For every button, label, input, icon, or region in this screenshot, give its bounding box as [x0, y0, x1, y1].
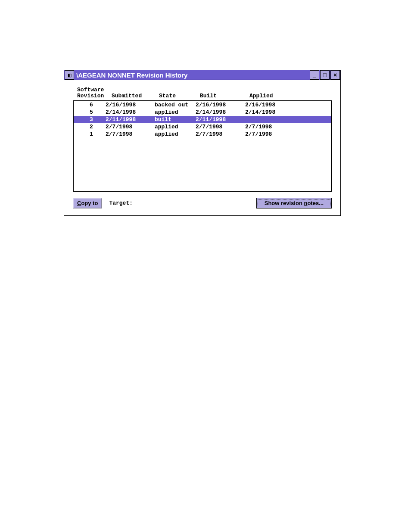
window-title: \AEGEAN NONNET Revision History [75, 72, 309, 79]
cell-submitted: 2/11/1998 [106, 116, 155, 123]
cell-built: 2/16/1998 [196, 101, 245, 109]
cell-rev: 3 [77, 116, 106, 123]
maximize-button[interactable]: □ [320, 70, 330, 80]
cell-state: applied [155, 123, 196, 131]
minimize-button[interactable]: _ [310, 70, 319, 80]
show-notes-prefix: Show revision [265, 200, 304, 206]
titlebar: ◧ \AEGEAN NONNET Revision History _ □ × [64, 70, 340, 80]
table-row[interactable]: 12/7/1998applied2/7/19982/7/1998 [74, 131, 331, 138]
cell-rev: 2 [77, 123, 106, 131]
cell-state: applied [155, 131, 196, 138]
cell-submitted: 2/16/1998 [106, 101, 155, 109]
copy-to-accel: C [77, 200, 81, 206]
header-state: State [159, 93, 200, 99]
close-button[interactable]: × [330, 70, 340, 80]
content-area: Software Revision Submitted State Built … [64, 80, 340, 215]
cell-state: applied [155, 109, 196, 116]
revision-table: 62/16/1998backed out2/16/19982/16/199852… [73, 100, 332, 192]
cell-state: built [155, 116, 196, 123]
target-label: Target: [109, 200, 133, 206]
cell-rev: 6 [77, 101, 106, 109]
table-row[interactable]: 32/11/1998built2/11/1998 [74, 116, 331, 123]
cell-built: 2/11/1998 [196, 116, 245, 123]
footer: Copy to Target: Show revision notes... [73, 198, 332, 208]
header-applied: Applied [249, 93, 297, 99]
revision-history-window: ◧ \AEGEAN NONNET Revision History _ □ × … [64, 70, 341, 216]
show-notes-rest: otes... [307, 200, 324, 206]
header-submitted: Submitted [112, 93, 159, 99]
table-row[interactable]: 22/7/1998applied2/7/19982/7/1998 [74, 123, 331, 131]
cell-applied: 2/7/1998 [245, 123, 293, 131]
table-row[interactable]: 52/14/1998applied2/14/19982/14/1998 [74, 109, 331, 116]
cell-state: backed out [155, 101, 196, 109]
header-revision-line2: Revision [77, 93, 112, 99]
show-revision-notes-button[interactable]: Show revision notes... [256, 198, 332, 208]
cell-applied: 2/7/1998 [245, 131, 293, 138]
cell-built: 2/7/1998 [196, 131, 245, 138]
window-controls: _ □ × [309, 70, 340, 80]
cell-built: 2/14/1998 [196, 109, 245, 116]
cell-rev: 1 [77, 131, 106, 138]
table-row[interactable]: 62/16/1998backed out2/16/19982/16/1998 [74, 101, 331, 109]
cell-applied: 2/14/1998 [245, 109, 293, 116]
cell-applied: 2/16/1998 [245, 101, 293, 109]
cell-submitted: 2/14/1998 [106, 109, 155, 116]
copy-to-button[interactable]: Copy to [73, 198, 102, 208]
app-icon: ◧ [65, 70, 74, 80]
cell-submitted: 2/7/1998 [106, 123, 155, 131]
copy-to-label: opy to [81, 200, 98, 206]
cell-rev: 5 [77, 109, 106, 116]
header-revision: Software Revision [77, 87, 112, 99]
column-headers: Software Revision Submitted State Built … [73, 87, 332, 99]
cell-submitted: 2/7/1998 [106, 131, 155, 138]
header-built: Built [200, 93, 249, 99]
header-revision-line1: Software [77, 87, 112, 93]
cell-built: 2/7/1998 [196, 123, 245, 131]
